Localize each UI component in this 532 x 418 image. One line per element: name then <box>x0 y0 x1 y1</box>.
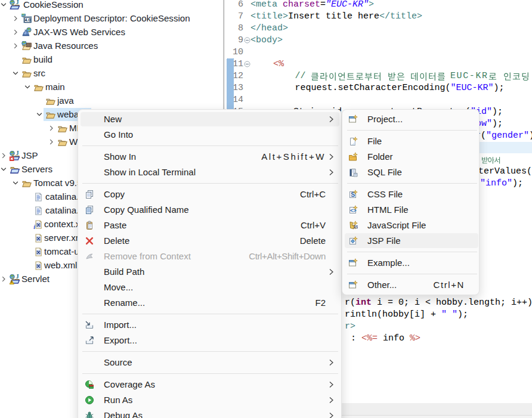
svg-text:JS: JS <box>354 225 358 229</box>
svg-text:J: J <box>16 0 19 5</box>
svg-text:J: J <box>16 274 19 280</box>
svg-text:J: J <box>16 151 19 156</box>
svg-text:i: i <box>33 224 35 230</box>
